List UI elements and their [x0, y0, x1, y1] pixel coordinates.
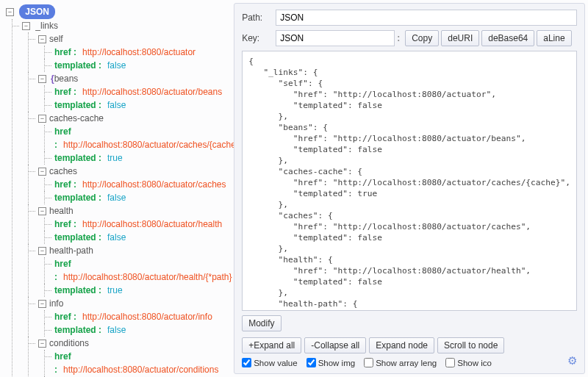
- debase64-button[interactable]: deBase64: [481, 30, 534, 46]
- prop-value-url: http://localhost:8080/actuator/caches/{c…: [63, 140, 234, 150]
- prop-value-url: http://localhost:8080/actuator/caches: [82, 179, 226, 190]
- prop-value-bool: false: [107, 60, 126, 71]
- prop-key: templated: [54, 60, 96, 71]
- collapse-icon[interactable]: −: [38, 168, 46, 176]
- show-value-check[interactable]: Show value: [242, 358, 297, 367]
- prop-value-url: http://localhost:8080/actuator/info: [82, 312, 212, 322]
- tree-node[interactable]: −conditionshref :http://localhost:8080/a…: [22, 337, 234, 377]
- tree-leaf[interactable]: href :http://localhost:8080/actuator/hea…: [38, 257, 234, 284]
- node-label: caches-cache: [49, 113, 104, 123]
- collapse-icon[interactable]: −: [38, 340, 46, 348]
- prop-value-bool: true: [107, 153, 123, 163]
- prop-key: href: [54, 219, 71, 229]
- tree-leaf[interactable]: templated :false: [38, 191, 234, 204]
- tree-leaf[interactable]: templated :false: [38, 231, 234, 244]
- aline-button[interactable]: aLine: [537, 30, 571, 46]
- prop-key: templated: [54, 193, 96, 203]
- show-array-leng-check[interactable]: Show array leng: [364, 358, 437, 367]
- prop-key: href: [54, 126, 71, 137]
- prop-value-bool: true: [107, 285, 123, 295]
- key-label: Key:: [242, 33, 276, 43]
- tree-leaf[interactable]: href :http://localhost:8080/actuator/inf…: [38, 310, 234, 323]
- collapse-icon[interactable]: −: [38, 207, 46, 215]
- tree-leaf[interactable]: templated :false: [38, 323, 234, 337]
- tree-leaf[interactable]: href :http://localhost:8080/actuator/hea…: [38, 218, 234, 231]
- tree-leaf[interactable]: href :http://localhost:8080/actuator/cac…: [38, 125, 234, 151]
- prop-key: href: [54, 87, 71, 97]
- prop-value-bool: false: [107, 100, 126, 110]
- show-img-check[interactable]: Show img: [306, 358, 356, 367]
- tree-leaf[interactable]: href :http://localhost:8080/actuator: [38, 46, 234, 59]
- prop-value-url: http://localhost:8080/actuator/health: [82, 219, 222, 229]
- prop-key: templated: [54, 100, 96, 110]
- collapse-icon[interactable]: −: [38, 35, 46, 43]
- tree-node[interactable]: −health-pathhref :http://localhost:8080/…: [22, 244, 234, 297]
- tree-leaf[interactable]: templated :false: [38, 59, 234, 72]
- scroll-to-node-button[interactable]: Scroll to node: [437, 337, 504, 353]
- separator: :: [395, 33, 402, 43]
- tree-leaf[interactable]: templated :true: [38, 284, 234, 297]
- tree-leaf[interactable]: templated :false: [38, 98, 234, 112]
- prop-value-bool: false: [107, 232, 126, 243]
- prop-value-url: http://localhost:8080/actuator: [82, 47, 196, 57]
- prop-key: href: [54, 179, 71, 190]
- prop-value-url: http://localhost:8080/actuator/condition…: [63, 365, 218, 375]
- tree-leaf[interactable]: href :http://localhost:8080/actuator/bea…: [38, 85, 234, 98]
- tree-node[interactable]: −cacheshref :http://localhost:8080/actua…: [22, 165, 234, 204]
- path-input[interactable]: [276, 10, 577, 26]
- node-label: caches: [49, 166, 77, 176]
- collapse-icon[interactable]: −: [38, 115, 46, 123]
- key-input[interactable]: [276, 30, 395, 46]
- collapse-icon[interactable]: −: [38, 75, 46, 83]
- gear-icon[interactable]: ⚙: [567, 354, 577, 367]
- tree-node-links[interactable]: − _links −selfhref :http://localhost:808…: [6, 19, 234, 377]
- prop-value-url: http://localhost:8080/actuator/beans: [82, 87, 222, 97]
- collapse-icon[interactable]: −: [6, 8, 14, 16]
- tree-node[interactable]: −healthhref :http://localhost:8080/actua…: [22, 204, 234, 244]
- tree-node[interactable]: −infohref :http://localhost:8080/actuato…: [22, 297, 234, 337]
- prop-key: templated: [54, 285, 96, 295]
- root-label[interactable]: JSON: [19, 4, 55, 19]
- expand-all-button[interactable]: +Expand all: [242, 337, 301, 353]
- key-row: Key: : Copy deURI deBase64 aLine: [242, 30, 577, 46]
- prop-value-url: http://localhost:8080/actuator/health/{*…: [63, 272, 232, 282]
- prop-key: templated: [54, 325, 96, 335]
- raw-json-view[interactable]: { "_links": { "self": { "href": "http://…: [242, 51, 577, 311]
- node-label: beans: [54, 73, 79, 84]
- tree-node[interactable]: −caches-cachehref :http://localhost:8080…: [22, 112, 234, 165]
- tree-leaf[interactable]: href :http://localhost:8080/actuator/cac…: [38, 178, 234, 191]
- detail-panel: Path: Key: : Copy deURI deBase64 aLine {…: [234, 3, 585, 374]
- collapse-icon[interactable]: −: [38, 247, 46, 255]
- tree-node[interactable]: −{beanshref :http://localhost:8080/actua…: [22, 72, 234, 112]
- json-tree: − JSON − _links −selfhref :http://localh…: [3, 4, 234, 377]
- tree-node[interactable]: −selfhref :http://localhost:8080/actuato…: [22, 32, 234, 72]
- node-label: self: [49, 34, 63, 44]
- modify-button[interactable]: Modify: [242, 315, 281, 331]
- prop-key: href: [54, 259, 71, 269]
- tree-leaf[interactable]: templated :true: [38, 151, 234, 165]
- expand-node-button[interactable]: Expand node: [369, 337, 434, 353]
- prop-key: href: [54, 47, 71, 57]
- node-label: _links: [35, 21, 58, 31]
- node-label: health-path: [49, 245, 93, 256]
- collapse-all-button[interactable]: -Collapse all: [304, 337, 366, 353]
- prop-value-bool: false: [107, 325, 126, 335]
- deuri-button[interactable]: deURI: [441, 30, 479, 46]
- path-label: Path:: [242, 12, 276, 23]
- show-ico-check[interactable]: Show ico: [445, 358, 492, 367]
- prop-key: templated: [54, 232, 96, 243]
- copy-button[interactable]: Copy: [405, 30, 439, 46]
- node-label: info: [49, 298, 63, 309]
- collapse-icon[interactable]: −: [22, 22, 30, 30]
- node-label: health: [49, 206, 74, 216]
- tree-leaf[interactable]: href :http://localhost:8080/actuator/con…: [38, 350, 234, 376]
- prop-key: href: [54, 312, 71, 322]
- path-row: Path:: [242, 10, 577, 26]
- prop-key: href: [54, 351, 71, 362]
- display-options: Show value Show img Show array leng Show…: [242, 358, 577, 367]
- tree-action-row: +Expand all -Collapse all Expand node Sc…: [242, 337, 577, 353]
- json-tree-panel: − JSON − _links −selfhref :http://localh…: [0, 0, 234, 377]
- collapse-icon[interactable]: −: [38, 300, 46, 308]
- tree-root[interactable]: − JSON − _links −selfhref :http://localh…: [3, 4, 234, 377]
- prop-value-bool: false: [107, 193, 126, 203]
